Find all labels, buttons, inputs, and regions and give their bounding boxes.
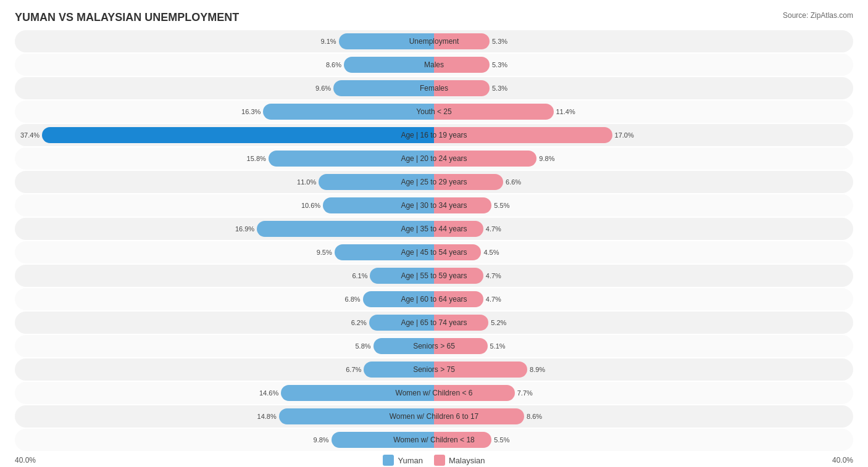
- bar-label-left: 37.4%: [20, 131, 40, 139]
- bar-left: [333, 80, 434, 96]
- bar-right: [434, 268, 483, 284]
- bar-left: [335, 244, 434, 260]
- bar-row: Females9.6%5.3%: [15, 77, 853, 99]
- bar-left: [363, 291, 434, 307]
- bar-left: [370, 268, 434, 284]
- bar-row: Age | 16 to 19 years37.4%17.0%: [15, 124, 853, 146]
- bar-label-left: 11.0%: [297, 178, 316, 186]
- bar-label-right: 5.3%: [492, 61, 507, 68]
- chart-area: Unemployment9.1%5.3%Males8.6%5.3%Females…: [15, 30, 853, 451]
- bar-right: [434, 221, 483, 237]
- bar-label-left: 8.6%: [326, 61, 341, 68]
- bar-label-right: 5.1%: [490, 342, 506, 350]
- bar-row: Women w/ Children < 189.8%5.5%: [15, 429, 853, 451]
- bar-left: [339, 33, 434, 49]
- bar-left: [344, 57, 434, 73]
- bar-label-right: 5.5%: [494, 202, 509, 209]
- chart-container: YUMAN VS MALAYSIAN UNEMPLOYMENT Source: …: [0, 0, 868, 467]
- legend-label-yuman: Yuman: [398, 456, 422, 465]
- bar-label-right: 6.6%: [506, 178, 521, 186]
- bar-left: [263, 104, 434, 120]
- bar-label-right: 4.7%: [486, 272, 501, 279]
- bar-right: [434, 315, 488, 331]
- chart-source: Source: ZipAtlas.com: [783, 11, 853, 20]
- bar-label-right: 4.5%: [483, 249, 499, 256]
- bar-label-right: 9.8%: [539, 155, 554, 162]
- bar-right: [434, 174, 503, 190]
- bar-label-left: 14.8%: [257, 413, 277, 420]
- bar-row: Age | 45 to 54 years9.5%4.5%: [15, 241, 853, 263]
- bar-left: [257, 221, 434, 237]
- bar-row: Seniors > 756.7%8.9%: [15, 358, 853, 381]
- bar-label-left: 9.6%: [315, 85, 331, 92]
- chart-footer: 40.0% Yuman Malaysian 40.0%: [15, 455, 853, 466]
- bar-right: [434, 197, 491, 213]
- bar-label-right: 7.7%: [517, 389, 533, 397]
- bar-left: [369, 315, 434, 331]
- bar-left: [281, 385, 434, 401]
- bar-row: Males8.6%5.3%: [15, 54, 853, 76]
- bar-row: Age | 65 to 74 years6.2%5.2%: [15, 312, 853, 334]
- axis-label-left: 40.0%: [15, 456, 36, 465]
- bar-right: [434, 362, 527, 378]
- bar-right: [434, 80, 490, 96]
- bar-label-left: 9.5%: [317, 249, 332, 256]
- bar-right: [434, 151, 536, 167]
- bar-label-left: 16.3%: [241, 108, 261, 115]
- bar-label-right: 4.7%: [486, 225, 501, 233]
- bar-right: [434, 408, 524, 424]
- bar-left: [332, 432, 434, 448]
- bar-left: [269, 151, 434, 167]
- bar-label-left: 15.8%: [247, 155, 266, 162]
- chart-header: YUMAN VS MALAYSIAN UNEMPLOYMENT Source: …: [15, 11, 853, 24]
- bar-label-right: 8.6%: [527, 413, 542, 420]
- bar-left: [323, 197, 434, 213]
- bar-right: [434, 57, 490, 73]
- bar-left: [373, 338, 434, 354]
- bar-left: [279, 408, 434, 424]
- bar-label-left: 6.1%: [352, 272, 367, 279]
- bar-left: [42, 127, 434, 143]
- bar-label-right: 5.2%: [491, 319, 506, 326]
- bar-row: Women w/ Children < 614.6%7.7%: [15, 382, 853, 404]
- bar-label-left: 5.8%: [355, 342, 370, 350]
- bar-row: Age | 20 to 24 years15.8%9.8%: [15, 147, 853, 170]
- bar-label-right: 5.3%: [492, 85, 507, 92]
- bar-label-left: 6.7%: [346, 366, 361, 373]
- legend-item-malaysian: Malaysian: [434, 455, 485, 466]
- bar-label-right: 8.9%: [530, 366, 545, 373]
- bar-row: Age | 55 to 59 years6.1%4.7%: [15, 265, 853, 287]
- bar-row: Age | 35 to 44 years16.9%4.7%: [15, 218, 853, 240]
- bar-row: Age | 30 to 34 years10.6%5.5%: [15, 194, 853, 217]
- legend: Yuman Malaysian: [383, 455, 485, 466]
- bar-label-right: 4.7%: [486, 295, 501, 303]
- bar-label-right: 5.5%: [494, 436, 509, 444]
- bar-right: [434, 385, 515, 401]
- bar-right: [434, 104, 554, 120]
- bar-label-left: 6.2%: [351, 319, 367, 326]
- legend-label-malaysian: Malaysian: [449, 456, 485, 465]
- bar-row: Age | 25 to 29 years11.0%6.6%: [15, 171, 853, 193]
- bar-right: [434, 244, 481, 260]
- legend-color-malaysian: [434, 455, 445, 466]
- bar-row: Youth < 2516.3%11.4%: [15, 101, 853, 123]
- bar-label-left: 16.9%: [235, 225, 254, 233]
- bar-row: Age | 60 to 64 years6.8%4.7%: [15, 288, 853, 310]
- bar-row: Women w/ Children 6 to 1714.8%8.6%: [15, 405, 853, 428]
- bar-right: [434, 127, 612, 143]
- bar-label-left: 10.6%: [301, 202, 320, 209]
- bar-label-left: 14.6%: [259, 389, 278, 397]
- bar-right: [434, 33, 490, 49]
- bar-left: [364, 362, 434, 378]
- bar-right: [434, 338, 488, 354]
- bar-label-left: 6.8%: [345, 295, 361, 303]
- bar-label-left: 9.8%: [314, 436, 329, 444]
- legend-color-yuman: [383, 455, 394, 466]
- axis-label-right: 40.0%: [832, 456, 853, 465]
- legend-item-yuman: Yuman: [383, 455, 422, 466]
- bar-label-left: 9.1%: [320, 38, 336, 45]
- bar-label-right: 11.4%: [556, 108, 575, 115]
- bar-row: Seniors > 655.8%5.1%: [15, 335, 853, 357]
- chart-title: YUMAN VS MALAYSIAN UNEMPLOYMENT: [15, 11, 239, 24]
- bar-left: [319, 174, 434, 190]
